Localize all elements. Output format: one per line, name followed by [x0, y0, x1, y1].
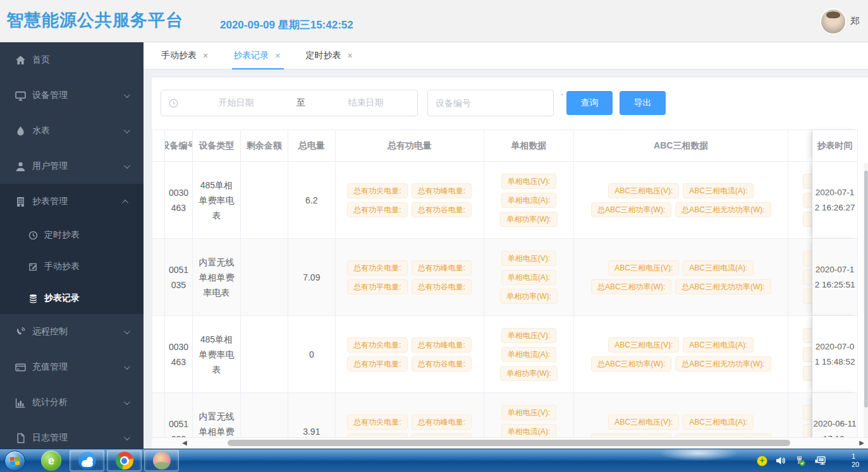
- chevron-down-icon: [124, 127, 130, 133]
- taskbar-item-chrome[interactable]: [107, 450, 142, 471]
- clipped-tag-fragment: [803, 347, 812, 362]
- data-tag: 单相电流(A):: [501, 270, 556, 285]
- data-tag: 总有功谷电量:: [412, 202, 472, 217]
- data-tag: 单相电流(A):: [501, 424, 556, 439]
- tab-scheduled-reading[interactable]: 定时抄表 ×: [293, 42, 365, 69]
- data-tag: 总有功平电量:: [347, 202, 407, 217]
- clipped-tag-fragment: [803, 424, 812, 439]
- start-button[interactable]: [4, 451, 25, 471]
- cell-single-phase-tags: 单相电压(V):单相电流(A):单相功率(W):: [484, 162, 575, 239]
- data-tag: 总ABC三相功率(W):: [591, 202, 671, 217]
- table-header-row: 设备编号 设备类型 剩余金额 总电量 总有功电量 单相数据 ABC三相数据 抄表…: [152, 130, 858, 162]
- cell-device-type: 内置无线单相单费率电表: [193, 239, 241, 316]
- data-tag: 总ABC三相功率(W):: [591, 356, 671, 372]
- user-area[interactable]: 郑: [821, 0, 868, 42]
- tab-close-icon[interactable]: ×: [275, 51, 280, 61]
- sidebar-item-user-mgmt[interactable]: 用户管理: [0, 148, 144, 184]
- cell-abc-phase-tags: ABC三相电压(V):ABC三相电流(A):总ABC三相功率(W):总ABC三相…: [574, 393, 788, 438]
- tab-bar: 手动抄表 × 抄表记录 × 定时抄表 ×: [144, 42, 868, 70]
- end-date-placeholder[interactable]: 结束日期: [314, 97, 417, 109]
- content-card: 开始日期 至 结束日期 ` 查询 导出 设备编号 设备类型 剩余金额 总电量 总…: [152, 78, 868, 449]
- taskbar-item-qq-browser[interactable]: [70, 450, 104, 471]
- sidebar-item-water-meter[interactable]: 水表: [0, 113, 144, 148]
- tab-manual-reading[interactable]: 手动抄表 ×: [149, 42, 221, 69]
- col-header-read-time: 抄表时间: [812, 130, 858, 162]
- table-body: 0030463 485单相单费率电表 6.2 总有功尖电量:总有功峰电量:总有功…: [152, 162, 858, 438]
- date-range-input[interactable]: 开始日期 至 结束日期: [161, 90, 418, 116]
- data-tag: 总ABC三相无功功率(W):: [675, 202, 771, 217]
- volume-icon[interactable]: [775, 455, 786, 466]
- card-icon: [15, 362, 26, 373]
- sidebar-item-log-mgmt[interactable]: 日志管理: [0, 420, 144, 449]
- data-tag: 总有功平电量:: [347, 356, 407, 372]
- sidebar-item-scheduled-reading[interactable]: 定时抄表: [0, 219, 144, 251]
- v-scroll-thumb[interactable]: [864, 171, 868, 408]
- scroll-left-arrow-icon[interactable]: ◀: [182, 439, 187, 446]
- cell-blank: [152, 162, 165, 239]
- cell-blank: [152, 239, 165, 316]
- cell-balance: [241, 393, 288, 438]
- taskbar-clock[interactable]: 1 20: [852, 452, 868, 469]
- sidebar-item-device-mgmt[interactable]: 设备管理: [0, 78, 144, 113]
- sidebar-item-statistics[interactable]: 统计分析: [0, 385, 144, 420]
- user-icon: [15, 161, 26, 172]
- droplet-icon: [15, 126, 26, 136]
- start-date-placeholder[interactable]: 开始日期: [185, 97, 288, 109]
- sidebar-item-remote-control[interactable]: 远程控制: [0, 314, 144, 349]
- sidebar: 首页 设备管理 水表 用户管理: [0, 42, 144, 449]
- h-scroll-thumb[interactable]: [228, 440, 790, 446]
- taskbar-item-photos[interactable]: [144, 450, 179, 471]
- sidebar-item-recharge-mgmt[interactable]: 充值管理: [0, 349, 144, 385]
- tab-reading-records[interactable]: 抄表记录 ×: [221, 42, 293, 69]
- clipped-tag-fragment: [803, 251, 812, 266]
- data-tag: 总有功峰电量:: [412, 183, 472, 198]
- remote-icon: [15, 327, 26, 337]
- cell-blank: [152, 316, 165, 393]
- col-header-device-type: 设备类型: [193, 130, 241, 162]
- cell-device-type: 485单相单费率电表: [193, 316, 241, 393]
- vertical-scrollbar[interactable]: [864, 163, 868, 437]
- tab-close-icon[interactable]: ×: [347, 51, 352, 61]
- network-icon[interactable]: [814, 454, 826, 467]
- chrome-icon: [116, 452, 133, 469]
- user-name: 郑: [850, 15, 868, 27]
- sidebar-item-meter-mgmt[interactable]: 抄表管理: [0, 184, 144, 219]
- cell-device-id: 0051033: [165, 393, 193, 438]
- edit-icon: [28, 262, 38, 272]
- monitor-icon: [15, 90, 26, 101]
- browser-360-icon: e: [41, 451, 61, 471]
- scroll-right-arrow-icon[interactable]: ▶: [859, 439, 864, 446]
- chevron-down-icon: [124, 363, 130, 370]
- sidebar-item-manual-reading[interactable]: 手动抄表: [0, 251, 144, 282]
- export-button[interactable]: 导出: [620, 91, 666, 115]
- data-tag: 单相电压(V):: [501, 251, 556, 266]
- clipped-tag-fragment: [803, 270, 812, 285]
- horizontal-scrollbar[interactable]: ◀ ▶: [152, 437, 868, 447]
- user-avatar[interactable]: [821, 9, 845, 33]
- usb-device-icon[interactable]: [794, 455, 806, 467]
- data-tag: 总有功尖电量:: [347, 183, 407, 198]
- cell-device-id: 0051035: [165, 239, 193, 316]
- cell-abc-phase-tags: ABC三相电压(V):ABC三相电流(A):总ABC三相功率(W):总ABC三相…: [574, 162, 788, 239]
- photos-icon: [153, 452, 171, 469]
- sidebar-item-reading-records[interactable]: 抄表记录: [0, 282, 144, 314]
- 360-safety-tray-icon[interactable]: +: [757, 456, 767, 466]
- main-area: 手动抄表 × 抄表记录 × 定时抄表 × 开始日期 至 结束日期: [144, 42, 868, 449]
- col-header-single-phase: 单相数据: [484, 130, 575, 162]
- system-tray: + 1 20: [757, 452, 868, 469]
- top-header: 智慧能源公共服务平台 2020-09-09 星期三15:42:52 郑: [0, 0, 868, 42]
- data-tag: 总有功平电量:: [347, 279, 407, 294]
- sidebar-item-home[interactable]: 首页: [0, 42, 144, 78]
- cell-read-time: 2020-06-11 17:10:: [812, 393, 858, 438]
- cell-single-phase-tags: 单相电压(V):单相电流(A):单相功率(W):: [484, 393, 575, 438]
- table-row: 0051033 内置无线单相单费率电表 3.91 总有功尖电量:总有功峰电量:总…: [152, 393, 858, 438]
- tab-close-icon[interactable]: ×: [203, 51, 208, 61]
- query-button[interactable]: 查询: [566, 91, 613, 115]
- cell-active-energy-tags: 总有功尖电量:总有功峰电量:总有功平电量:总有功谷电量:: [336, 316, 484, 393]
- col-header-total-energy: 总电量: [288, 130, 336, 162]
- taskbar-item-360-browser[interactable]: e: [40, 450, 62, 471]
- cell-device-type: 内置无线单相单费率电表: [193, 393, 241, 438]
- device-id-input[interactable]: [427, 90, 554, 116]
- cell-clipped-column: [788, 393, 812, 438]
- cell-total-energy: 0: [288, 316, 336, 393]
